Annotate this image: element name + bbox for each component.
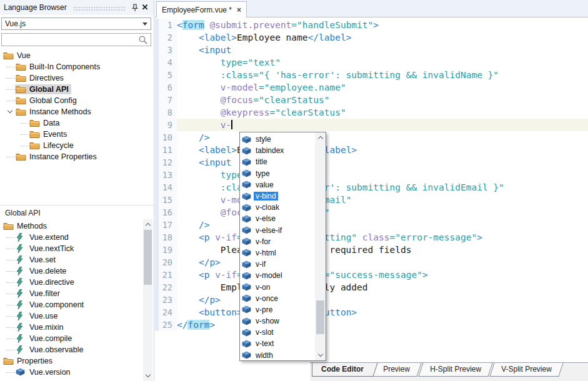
- drag-grip[interactable]: [73, 6, 125, 11]
- tree-item[interactable]: Vue.directive: [0, 277, 142, 288]
- search-input[interactable]: [1, 33, 151, 46]
- autocomplete-item[interactable]: v-model: [240, 270, 315, 281]
- view-mode-tab[interactable]: Preview: [371, 363, 421, 377]
- autocomplete-item[interactable]: v-else-if: [240, 225, 315, 236]
- close-icon[interactable]: ×: [237, 6, 241, 14]
- code-line-text: <p v-if="error && submitting" class="err…: [177, 231, 588, 244]
- attribute-icon: [242, 249, 251, 257]
- tree-item[interactable]: Vue.component: [0, 299, 142, 310]
- autocomplete-item[interactable]: type: [240, 168, 315, 179]
- panel-title-bar[interactable]: Language Browser ✕: [0, 0, 154, 15]
- view-mode-tab[interactable]: V-Split Preview: [489, 363, 563, 377]
- autocomplete-item[interactable]: v-cloak: [240, 202, 315, 213]
- code-line[interactable]: 22 Employee successfully added: [155, 281, 588, 294]
- code-line[interactable]: 7 @focus="clearStatus": [155, 94, 588, 106]
- code-line[interactable]: 9 v-: [155, 119, 588, 131]
- language-select[interactable]: Vue.js: [1, 17, 151, 30]
- autocomplete-item[interactable]: v-if: [240, 259, 315, 270]
- tree-item[interactable]: Instance Properties: [0, 151, 154, 162]
- code-line[interactable]: 12 <input: [155, 156, 588, 169]
- autocomplete-item[interactable]: v-for: [240, 236, 315, 247]
- tree-item[interactable]: Events: [0, 129, 154, 140]
- scroll-up-icon[interactable]: [143, 219, 152, 229]
- tree-item[interactable]: Vue.mixin: [0, 322, 142, 333]
- autocomplete-item[interactable]: value: [240, 179, 315, 190]
- code-area[interactable]: 1 <form @submit.prevent="handleSubmit"> …: [155, 17, 588, 362]
- autocomplete-item[interactable]: v-html: [240, 247, 315, 259]
- tree-item[interactable]: Lifecycle: [0, 140, 154, 151]
- code-line[interactable]: 16 @focus="clearStatus": [155, 206, 588, 219]
- scroll-down-icon[interactable]: [315, 350, 326, 360]
- tree-item[interactable]: Vue.version: [0, 367, 142, 378]
- editor-tab[interactable]: EmployeeForm.vue * ×: [156, 1, 247, 17]
- code-line[interactable]: 17 />: [155, 219, 588, 231]
- autocomplete-item[interactable]: v-bind: [240, 190, 315, 202]
- tree-item[interactable]: Vue.observable: [0, 344, 142, 355]
- tree-item[interactable]: Vue.filter: [0, 288, 142, 299]
- code-line[interactable]: 10 />: [155, 131, 588, 144]
- tree-item[interactable]: Vue.use: [0, 310, 142, 322]
- tree-connector: [6, 294, 15, 294]
- scrollbar-thumb[interactable]: [316, 300, 324, 334]
- autocomplete-item[interactable]: v-pre: [240, 304, 315, 315]
- autocomplete-item[interactable]: v-show: [240, 315, 315, 327]
- api-tree-scrollbar[interactable]: [143, 219, 152, 381]
- code-line-text: </p>: [177, 294, 588, 306]
- tree-item[interactable]: Global Config: [0, 95, 154, 106]
- tree-item-label: Vue.nextTick: [29, 244, 74, 253]
- scrollbar-thumb[interactable]: [144, 230, 152, 285]
- code-line[interactable]: 6 v-model="employee.name": [155, 81, 588, 94]
- autocomplete-item[interactable]: title: [240, 156, 315, 167]
- code-line-text: <input: [177, 156, 588, 169]
- code-line[interactable]: 23 </p>: [155, 294, 588, 306]
- tree-item[interactable]: Directives: [0, 72, 154, 84]
- code-line[interactable]: 5 :class="{ 'has-error': submitting && i…: [155, 69, 588, 81]
- pin-icon[interactable]: [130, 2, 140, 12]
- tree-item[interactable]: Instance Methods: [0, 106, 154, 117]
- code-line-text: @focus="clearStatus": [177, 206, 588, 219]
- autocomplete-item[interactable]: v-on: [240, 281, 315, 292]
- chevron-down-icon[interactable]: [140, 19, 149, 28]
- close-icon[interactable]: ✕: [140, 2, 150, 12]
- tree-item[interactable]: Properties: [0, 355, 142, 367]
- code-line[interactable]: 20 </p>: [155, 256, 588, 269]
- code-line[interactable]: 13 type="text": [155, 169, 588, 181]
- code-line[interactable]: 3 <input: [155, 44, 588, 56]
- code-line[interactable]: 18 <p v-if="error && submitting" class="…: [155, 231, 588, 244]
- autocomplete-item[interactable]: v-text: [240, 338, 315, 349]
- tree-item[interactable]: Vue.nextTick: [0, 243, 142, 254]
- tree-item[interactable]: Vue.delete: [0, 265, 142, 277]
- code-line[interactable]: 24 <button>Add Employee</button>: [155, 306, 588, 319]
- tree-item[interactable]: Data: [0, 117, 154, 129]
- code-line[interactable]: 2 <label>Employee name</label>: [155, 31, 588, 44]
- code-line[interactable]: 14 :class="{ 'has-error': submitting && …: [155, 181, 588, 194]
- code-line[interactable]: 19 Please fill out all required fields: [155, 244, 588, 256]
- scroll-up-icon[interactable]: [315, 132, 326, 142]
- autocomplete-item[interactable]: width: [240, 350, 315, 361]
- code-line[interactable]: 25 </form>: [155, 319, 588, 331]
- tree-item[interactable]: Vue.compile: [0, 333, 142, 344]
- autocomplete-scrollbar[interactable]: [315, 132, 326, 360]
- tree-item[interactable]: Built-In Components: [0, 61, 154, 72]
- code-line[interactable]: 1 <form @submit.prevent="handleSubmit">: [155, 19, 588, 31]
- view-mode-tab[interactable]: H-Split Preview: [418, 363, 492, 377]
- chevron-down-icon[interactable]: [6, 107, 15, 116]
- tree-item[interactable]: Methods: [0, 220, 142, 232]
- view-mode-tab[interactable]: Code Editor: [312, 363, 372, 377]
- tree-item[interactable]: Vue.set: [0, 254, 142, 265]
- tree-item[interactable]: Vue: [0, 50, 154, 61]
- code-line[interactable]: 11 <label>Employee email</label>: [155, 144, 588, 156]
- autocomplete-item[interactable]: v-once: [240, 293, 315, 304]
- code-line[interactable]: 21 <p v-if="success" class="success-mess…: [155, 269, 588, 281]
- tree-item[interactable]: Vue.extend: [0, 232, 142, 243]
- autocomplete-item[interactable]: tabindex: [240, 145, 315, 156]
- scroll-down-icon[interactable]: [143, 371, 152, 381]
- tree-item[interactable]: Global API: [0, 84, 154, 95]
- code-line[interactable]: 8 @keypress="clearStatus": [155, 106, 588, 119]
- autocomplete-item[interactable]: v-else: [240, 213, 315, 224]
- code-line[interactable]: 4 type="text": [155, 56, 588, 69]
- tree-item-label: Vue.use: [29, 312, 57, 320]
- code-line[interactable]: 15 v-model="employee.email": [155, 194, 588, 206]
- autocomplete-item[interactable]: style: [240, 134, 315, 145]
- autocomplete-item[interactable]: v-slot: [240, 327, 315, 338]
